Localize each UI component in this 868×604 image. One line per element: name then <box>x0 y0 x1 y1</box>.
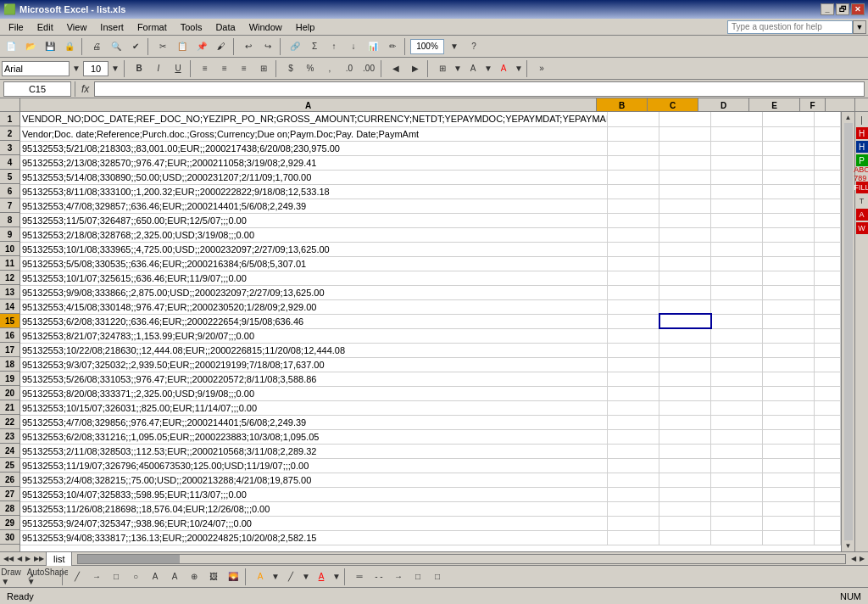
cell-f4[interactable] <box>815 155 841 170</box>
cell-e29[interactable] <box>763 516 815 530</box>
cell-e26[interactable] <box>763 473 815 487</box>
cell-e9[interactable] <box>763 227 815 242</box>
oval-button[interactable]: ○ <box>126 568 145 586</box>
cell-f27[interactable] <box>815 487 841 501</box>
cell-c12[interactable] <box>659 271 711 285</box>
cell-f26[interactable] <box>815 473 841 487</box>
row-header-6[interactable]: 6 <box>0 184 19 199</box>
font-color-draw-dropdown[interactable]: ▼ <box>331 568 342 586</box>
cell-d18[interactable] <box>711 357 763 372</box>
cell-c26[interactable] <box>659 473 711 487</box>
fill-color-draw-dropdown[interactable]: ▼ <box>270 568 281 586</box>
cell-a2[interactable]: Vendor;Doc. date;Reference;Purch.doc.;Gr… <box>20 126 608 141</box>
cell-d1[interactable] <box>711 112 763 126</box>
cell-a30[interactable]: 95132553;9/4/08;333817;;136.13;EUR;;2000… <box>20 530 608 545</box>
merge-center-button[interactable]: ⊞ <box>254 59 273 78</box>
new-button[interactable]: 📄 <box>2 37 20 56</box>
rt-btn-1[interactable]: | <box>856 114 868 126</box>
chart-button[interactable]: 📊 <box>364 37 382 56</box>
cell-f16[interactable] <box>815 328 841 343</box>
cell-e8[interactable] <box>763 213 815 227</box>
rt-btn-2[interactable]: H <box>856 127 868 139</box>
row-header-15[interactable]: 15 <box>0 314 19 328</box>
name-box[interactable] <box>3 81 71 97</box>
cell-f13[interactable] <box>815 285 841 299</box>
cell-a29[interactable]: 95132553;9/24/07;325347;;938.96;EUR;10/2… <box>20 516 608 530</box>
restore-button[interactable]: 🗗 <box>836 3 849 15</box>
cell-a27[interactable]: 95132553;10/4/07;325833;;598.95;EUR;11/3… <box>20 487 608 501</box>
indent-increase-button[interactable]: ▶ <box>406 59 425 78</box>
print-button[interactable]: 🖨 <box>87 37 106 56</box>
cell-d2[interactable] <box>711 126 763 141</box>
cell-f22[interactable] <box>815 415 841 429</box>
cell-b22[interactable] <box>608 415 659 429</box>
copy-button[interactable]: 📋 <box>173 37 192 56</box>
row-header-19[interactable]: 19 <box>0 372 19 386</box>
cell-b6[interactable] <box>608 184 659 199</box>
font-name-dropdown[interactable]: ▼ <box>70 59 82 78</box>
align-left-button[interactable]: ≡ <box>196 59 214 78</box>
cell-e28[interactable] <box>763 501 815 516</box>
cell-c28[interactable] <box>659 501 711 516</box>
cell-b20[interactable] <box>608 386 659 400</box>
row-header-28[interactable]: 28 <box>0 501 19 516</box>
hyperlink-button[interactable]: 🔗 <box>286 37 304 56</box>
cell-a12[interactable]: 95132553;10/1/07;325615;;636.46;EUR;11/9… <box>20 271 608 285</box>
hscrollbar-thumb[interactable] <box>78 555 180 563</box>
cell-d13[interactable] <box>711 285 763 299</box>
row-header-21[interactable]: 21 <box>0 400 19 415</box>
cell-c24[interactable] <box>659 444 711 458</box>
cell-b21[interactable] <box>608 400 659 415</box>
hscroll-left-btn[interactable]: ◀ <box>849 554 858 563</box>
cell-a3[interactable]: 95132553;5/21/08;218303;;83,001.00;EUR;;… <box>20 141 608 155</box>
cell-c18[interactable] <box>659 357 711 372</box>
cell-c4[interactable] <box>659 155 711 170</box>
cell-a28[interactable]: 95132553;11/26/08;218698;;18,576.04;EUR;… <box>20 501 608 516</box>
paste-button[interactable]: 📌 <box>192 37 211 56</box>
cell-d8[interactable] <box>711 213 763 227</box>
cell-d29[interactable] <box>711 516 763 530</box>
cell-b16[interactable] <box>608 328 659 343</box>
align-center-button[interactable]: ≡ <box>215 59 234 78</box>
cell-d12[interactable] <box>711 271 763 285</box>
cell-a23[interactable]: 95132553;6/2/08;331216;;1,095.05;EUR;;20… <box>20 429 608 444</box>
row-header-29[interactable]: 29 <box>0 516 19 530</box>
close-button[interactable]: ✕ <box>851 3 865 15</box>
cell-b18[interactable] <box>608 357 659 372</box>
cell-f17[interactable] <box>815 343 841 357</box>
cell-c17[interactable] <box>659 343 711 357</box>
cell-f3[interactable] <box>815 141 841 155</box>
cell-f25[interactable] <box>815 458 841 473</box>
cell-c20[interactable] <box>659 386 711 400</box>
cell-a1[interactable]: VENDOR_NO;DOC_DATE;REF_DOC_NO;YEZIPR_PO_… <box>20 112 608 126</box>
menu-tools[interactable]: Tools <box>174 20 209 34</box>
borders-button[interactable]: ⊞ <box>433 59 452 78</box>
comma-button[interactable]: , <box>320 59 339 78</box>
rt-btn-6[interactable]: FILL <box>856 182 868 193</box>
cell-f8[interactable] <box>815 213 841 227</box>
cell-b9[interactable] <box>608 227 659 242</box>
menu-format[interactable]: Format <box>131 20 174 34</box>
row-header-5[interactable]: 5 <box>0 170 19 184</box>
cell-d5[interactable] <box>711 170 763 184</box>
row-header-2[interactable]: 2 <box>0 126 19 141</box>
row-header-25[interactable]: 25 <box>0 458 19 473</box>
cell-d25[interactable] <box>711 458 763 473</box>
row-header-30[interactable]: 30 <box>0 530 19 545</box>
cell-e11[interactable] <box>763 256 815 271</box>
cell-c1[interactable] <box>659 112 711 126</box>
cell-e23[interactable] <box>763 429 815 444</box>
col-header-e[interactable]: E <box>749 98 800 111</box>
autosum-button[interactable]: Σ <box>305 37 324 56</box>
row-header-23[interactable]: 23 <box>0 429 19 444</box>
cell-f11[interactable] <box>815 256 841 271</box>
cell-d24[interactable] <box>711 444 763 458</box>
cell-b13[interactable] <box>608 285 659 299</box>
cell-e1[interactable] <box>763 112 815 126</box>
cell-d19[interactable] <box>711 372 763 386</box>
col-header-c[interactable]: C <box>648 98 698 111</box>
cell-e27[interactable] <box>763 487 815 501</box>
line-color-button[interactable]: ╱ <box>281 568 300 586</box>
fill-dropdown[interactable]: ▼ <box>483 59 493 78</box>
font-color-button[interactable]: A <box>494 59 513 78</box>
